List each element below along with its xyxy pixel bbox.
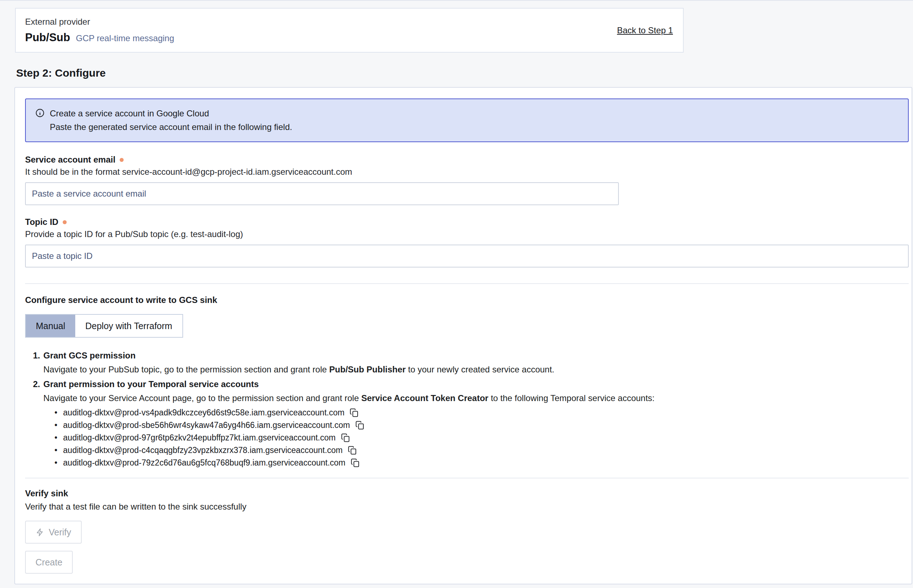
copy-icon xyxy=(355,420,365,430)
provider-tagline: GCP real-time messaging xyxy=(76,33,174,43)
topic-id-input[interactable] xyxy=(25,245,909,268)
list-item: auditlog-dktxv@prod-97gr6tp6zkv2t4epubff… xyxy=(55,432,909,443)
service-account-email: auditlog-dktxv@prod-97gr6tp6zkv2t4epubff… xyxy=(63,432,336,443)
manual-steps: 1.Grant GCS permission Navigate to your … xyxy=(33,350,909,468)
service-account-email-group: Service account email It should be in th… xyxy=(25,154,909,205)
topic-id-label: Topic ID xyxy=(25,216,58,228)
required-dot xyxy=(120,158,124,162)
section-divider xyxy=(25,478,909,478)
verify-sink-subtitle: Verify that a test file can be written t… xyxy=(25,501,909,512)
copy-button[interactable] xyxy=(355,420,366,431)
step-1-title: Grant GCS permission xyxy=(43,351,136,360)
topic-id-hint: Provide a topic ID for a Pub/Sub topic (… xyxy=(25,229,909,239)
step-1-body-prefix: Navigate to your PubSub topic, go to the… xyxy=(43,365,329,374)
page-title: Step 2: Configure xyxy=(16,67,913,79)
step-2: 2.Grant permission to your Temporal serv… xyxy=(33,378,909,468)
step-2-title: Grant permission to your Temporal servic… xyxy=(43,379,259,389)
service-account-email: auditlog-dktxv@prod-sbe56h6wr4sykaw47a6y… xyxy=(63,420,350,431)
banner-body: Paste the generated service account emai… xyxy=(50,121,292,133)
service-account-email: auditlog-dktxv@prod-c4cqaqgbfzy23vpzkbxz… xyxy=(63,445,343,456)
list-item: auditlog-dktxv@prod-vs4padk9dkczcey6d6st… xyxy=(55,407,909,418)
step-2-body-suffix: to the following Temporal service accoun… xyxy=(488,393,655,403)
copy-icon xyxy=(348,446,357,455)
copy-icon xyxy=(341,433,350,443)
config-method-tabs: Manual Deploy with Terraform xyxy=(25,314,183,338)
provider-name: Pub/Sub xyxy=(25,31,70,44)
section-divider xyxy=(25,283,909,284)
copy-button[interactable] xyxy=(349,407,360,418)
copy-icon xyxy=(350,458,360,468)
back-to-step-1-link[interactable]: Back to Step 1 xyxy=(617,26,673,36)
step-1: 1.Grant GCS permission Navigate to your … xyxy=(33,350,909,375)
copy-button[interactable] xyxy=(347,445,358,456)
step-2-body-prefix: Navigate to your Service Account page, g… xyxy=(43,393,361,403)
copy-button[interactable] xyxy=(340,432,351,443)
provider-info: External provider Pub/Sub GCP real-time … xyxy=(25,17,174,44)
lightning-bolt-icon xyxy=(36,528,44,537)
create-button[interactable]: Create xyxy=(25,551,73,573)
provider-eyebrow: External provider xyxy=(25,17,174,27)
required-dot xyxy=(63,220,66,224)
banner-title: Create a service account in Google Cloud xyxy=(50,108,292,119)
step-number: 1. xyxy=(33,351,40,360)
step-2-role: Service Account Token Creator xyxy=(361,393,488,403)
verify-button[interactable]: Verify xyxy=(25,521,82,544)
service-account-email: auditlog-dktxv@prod-79z2c6d76au6g5fcq768… xyxy=(63,457,345,468)
verify-sink-title: Verify sink xyxy=(25,488,909,499)
copy-button[interactable] xyxy=(350,457,361,468)
service-account-email: auditlog-dktxv@prod-vs4padk9dkczcey6d6st… xyxy=(63,407,344,418)
tab-deploy-terraform[interactable]: Deploy with Terraform xyxy=(75,315,182,337)
copy-icon xyxy=(350,408,359,418)
info-circle-icon xyxy=(35,108,45,133)
step-2-body: Navigate to your Service Account page, g… xyxy=(43,393,909,404)
create-button-label: Create xyxy=(36,557,62,568)
tab-manual[interactable]: Manual xyxy=(26,315,75,337)
list-item: auditlog-dktxv@prod-79z2c6d76au6g5fcq768… xyxy=(55,457,909,468)
service-account-email-hint: It should be in the format service-accou… xyxy=(25,166,909,177)
provider-card: External provider Pub/Sub GCP real-time … xyxy=(15,8,684,53)
step-1-body: Navigate to your PubSub topic, go to the… xyxy=(43,364,909,375)
step-1-body-suffix: to your newly created service account. xyxy=(406,365,554,374)
service-account-list: auditlog-dktxv@prod-vs4padk9dkczcey6d6st… xyxy=(55,407,909,468)
topic-id-group: Topic ID Provide a topic ID for a Pub/Su… xyxy=(25,216,909,268)
service-account-email-label: Service account email xyxy=(25,154,115,165)
service-account-email-input[interactable] xyxy=(25,182,619,205)
list-item: auditlog-dktxv@prod-c4cqaqgbfzy23vpzkbxz… xyxy=(55,445,909,456)
info-banner: Create a service account in Google Cloud… xyxy=(25,99,909,142)
step-1-role: Pub/Sub Publisher xyxy=(329,365,406,374)
step-number: 2. xyxy=(33,379,40,389)
gcs-section-title: Configure service account to write to GC… xyxy=(25,295,909,305)
configure-card: Create a service account in Google Cloud… xyxy=(15,87,912,585)
verify-button-label: Verify xyxy=(49,527,71,538)
list-item: auditlog-dktxv@prod-sbe56h6wr4sykaw47a6y… xyxy=(55,420,909,431)
